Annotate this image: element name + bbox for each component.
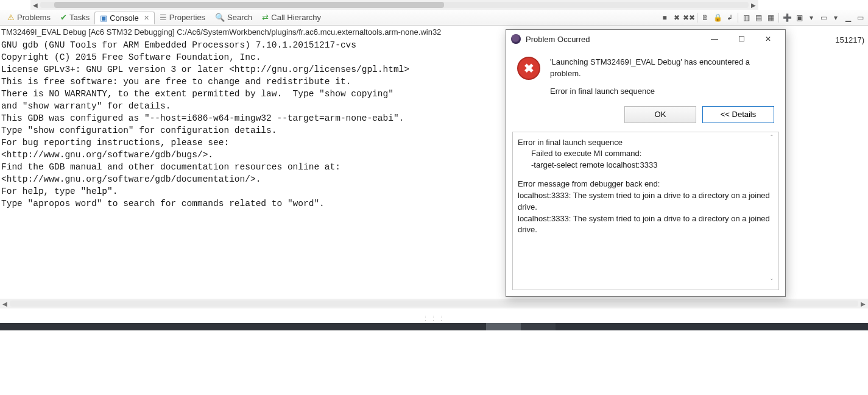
maximize-icon[interactable]: ▭ [855, 12, 866, 23]
sash-handle[interactable]: ⋮⋮⋮ [422, 315, 446, 322]
scroll-down-icon[interactable]: ˇ [767, 279, 776, 287]
scroll-up-icon[interactable]: ˆ [767, 135, 776, 143]
detail-line: localhost:3333: The system tried to join… [518, 190, 772, 213]
details-button[interactable]: << Details [702, 106, 774, 123]
details-pane[interactable]: ˆ Error in final launch sequence Failed … [512, 132, 779, 290]
scroll-lock-icon[interactable]: 🔒 [712, 12, 723, 23]
tasks-icon: ✔ [60, 13, 67, 22]
open-console-icon[interactable]: ▦ [765, 12, 776, 23]
tab-label: Console [110, 13, 139, 23]
tab-label: Problems [17, 13, 51, 22]
error-icon: ✖ [517, 57, 540, 80]
tab-properties[interactable]: ☰ Properties [155, 12, 210, 23]
status-bar [0, 323, 868, 330]
tab-tasks[interactable]: ✔ Tasks [55, 12, 94, 23]
hierarchy-icon: ⇄ [262, 13, 269, 22]
ok-button[interactable]: OK [624, 106, 696, 123]
scroll-right-icon[interactable]: ▶ [858, 301, 868, 307]
console-icon: ▣ [100, 13, 107, 23]
dialog-titlebar[interactable]: Problem Occurred — ☐ ✕ [506, 30, 785, 48]
search-icon: 🔍 [215, 13, 225, 22]
display-console-icon[interactable]: ▤ [753, 12, 764, 23]
properties-icon: ☰ [160, 13, 167, 22]
detail-line: -target-select remote localhost:3333 [518, 160, 772, 171]
tab-problems[interactable]: ⚠ Problems [2, 12, 55, 23]
console-hscroll[interactable]: ◀ ▶ [0, 299, 868, 308]
dialog-body: ✖ 'Launching STM32469I_EVAL Debug' has e… [506, 48, 785, 102]
eclipse-icon [511, 34, 521, 44]
clear-console-icon[interactable]: 🗎 [700, 12, 711, 23]
minimize-button[interactable]: — [701, 30, 728, 48]
detail-line: Error message from debugger back end: [518, 179, 772, 190]
wrap-icon[interactable]: ↲ [724, 12, 735, 23]
tab-call-hierarchy[interactable]: ⇄ Call Hierarchy [257, 12, 326, 23]
detail-line: localhost:3333: The system tried to join… [518, 213, 772, 237]
tab-label: Tasks [69, 13, 90, 22]
problem-dialog: Problem Occurred — ☐ ✕ ✖ 'Launching STM3… [506, 29, 786, 297]
view-tabbar: ⚠ Problems ✔ Tasks ▣ Console ✕ ☰ Propert… [0, 10, 868, 26]
dialog-title: Problem Occurred [526, 35, 701, 44]
scroll-left-icon[interactable]: ◀ [0, 301, 10, 307]
scroll-left-icon[interactable]: ◀ [30, 2, 40, 9]
detail-line: Failed to execute MI command: [518, 148, 772, 160]
tab-label: Properties [169, 13, 205, 22]
remove-all-icon[interactable]: ✖✖ [683, 12, 694, 23]
dialog-message: 'Launching STM32469I_EVAL Debug' has enc… [550, 57, 775, 98]
terminate-icon[interactable]: ■ [659, 12, 670, 23]
dialog-message-main: 'Launching STM32469I_EVAL Debug' has enc… [550, 57, 775, 80]
scroll-track[interactable] [10, 301, 858, 307]
warning-icon: ⚠ [7, 13, 15, 22]
context-trail: 151217) [835, 35, 864, 44]
dialog-buttons: OK << Details [506, 102, 785, 132]
dialog-message-sub: Error in final launch sequence [550, 86, 775, 98]
detail-line: Error in final launch sequence [518, 137, 772, 149]
scroll-right-icon[interactable]: ▶ [749, 2, 758, 9]
remove-launch-icon[interactable]: ✖ [671, 12, 682, 23]
view-menu-icon[interactable]: ▭ [818, 12, 829, 23]
maximize-button[interactable]: ☐ [728, 30, 755, 48]
chevron-down-icon[interactable]: ▾ [830, 12, 841, 23]
scroll-thumb[interactable] [54, 2, 444, 8]
console-dropdown-icon[interactable]: ▣ [794, 12, 805, 23]
tab-label: Search [227, 13, 252, 22]
close-button[interactable]: ✕ [755, 30, 782, 48]
tab-search[interactable]: 🔍 Search [210, 12, 257, 23]
tab-console[interactable]: ▣ Console ✕ [94, 12, 155, 24]
console-toolbar: ■ ✖ ✖✖ 🗎 🔒 ↲ ▥ ▤ ▦ ➕ ▣ ▾ ▭ ▾ ▁ ▭ [659, 12, 868, 23]
chevron-down-icon[interactable]: ▾ [806, 12, 817, 23]
close-icon[interactable]: ✕ [144, 14, 149, 22]
new-console-icon[interactable]: ➕ [782, 12, 792, 23]
editor-hscroll[interactable]: ◀ ▶ [30, 0, 758, 10]
minimize-icon[interactable]: ▁ [842, 12, 853, 23]
scroll-track[interactable] [40, 2, 749, 8]
pin-console-icon[interactable]: ▥ [741, 12, 752, 23]
tab-label: Call Hierarchy [271, 13, 321, 22]
